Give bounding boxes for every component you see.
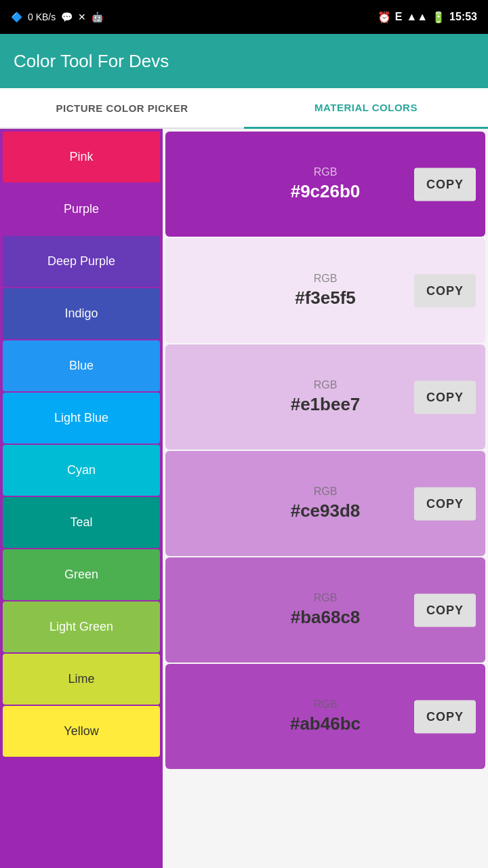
- copy-button-2[interactable]: COPY: [414, 380, 476, 414]
- sidebar-item-yellow[interactable]: Yellow: [3, 706, 160, 757]
- signal-icon: 🔷: [11, 12, 22, 22]
- sidebar-item-light-green[interactable]: Light Green: [3, 601, 160, 652]
- copy-button-0[interactable]: COPY: [414, 167, 476, 201]
- color-card-1: RGB #f3e5f5 COPY: [165, 238, 485, 343]
- tab-picture-color-picker[interactable]: PICTURE COLOR PICKER: [0, 88, 244, 127]
- close-icon: ✕: [78, 12, 86, 22]
- color-card-2: RGB #e1bee7 COPY: [165, 344, 485, 450]
- sidebar-item-indigo[interactable]: Indigo: [3, 288, 160, 339]
- sidebar-item-blue[interactable]: Blue: [3, 340, 160, 391]
- color-card-3: RGB #ce93d8 COPY: [165, 451, 485, 556]
- main-content: PinkPurpleDeep PurpleIndigoBlueLight Blu…: [0, 129, 488, 868]
- copy-button-3[interactable]: COPY: [414, 487, 476, 520]
- sidebar: PinkPurpleDeep PurpleIndigoBlueLight Blu…: [0, 129, 163, 868]
- color-card-5: RGB #ab46bc COPY: [165, 664, 485, 769]
- tab-material-colors[interactable]: MATERIAL COLORS: [244, 88, 488, 129]
- sidebar-item-pink[interactable]: Pink: [3, 132, 160, 182]
- sidebar-item-lime[interactable]: Lime: [3, 654, 160, 705]
- time-label: 15:53: [449, 11, 477, 23]
- sidebar-item-deep-purple[interactable]: Deep Purple: [3, 236, 160, 287]
- kb-label: 0 KB/s: [28, 12, 56, 22]
- sidebar-item-purple[interactable]: Purple: [3, 184, 160, 235]
- color-list: RGB #9c26b0 COPY RGB #f3e5f5 COPY RGB #e…: [163, 129, 488, 868]
- sidebar-item-teal[interactable]: Teal: [3, 497, 160, 548]
- color-card-4: RGB #ba68c8 COPY: [165, 557, 485, 663]
- copy-button-4[interactable]: COPY: [414, 593, 476, 627]
- battery-icon: 🔋: [432, 11, 445, 24]
- signal-bars: ▲▲: [406, 11, 428, 23]
- e-icon: E: [395, 11, 403, 23]
- status-bar: 🔷 0 KB/s 💬 ✕ 🤖 ⏰ E ▲▲ 🔋 15:53: [0, 0, 488, 34]
- alarm-icon: ⏰: [378, 11, 391, 24]
- whatsapp-icon: 💬: [61, 12, 73, 22]
- app-bar: Color Tool For Devs: [0, 34, 488, 88]
- color-card-0: RGB #9c26b0 COPY: [165, 132, 485, 237]
- status-left: 🔷 0 KB/s 💬 ✕ 🤖: [11, 12, 103, 22]
- copy-button-1[interactable]: COPY: [414, 274, 476, 307]
- copy-button-5[interactable]: COPY: [414, 700, 476, 733]
- app-title: Color Tool For Devs: [14, 51, 169, 72]
- status-right: ⏰ E ▲▲ 🔋 15:53: [378, 11, 477, 24]
- sidebar-item-cyan[interactable]: Cyan: [3, 445, 160, 496]
- sidebar-item-light-blue[interactable]: Light Blue: [3, 393, 160, 443]
- tabs-container: PICTURE COLOR PICKER MATERIAL COLORS: [0, 88, 488, 129]
- android-icon: 🤖: [92, 12, 103, 22]
- sidebar-item-green[interactable]: Green: [3, 549, 160, 600]
